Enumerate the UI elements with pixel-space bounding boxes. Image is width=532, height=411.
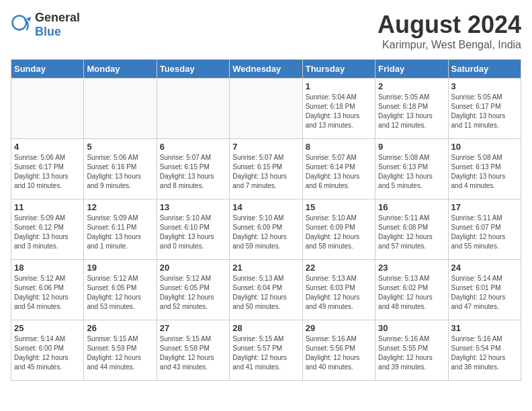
column-header-wednesday: Wednesday: [230, 60, 302, 79]
calendar-cell: 22Sunrise: 5:13 AM Sunset: 6:03 PM Dayli…: [302, 260, 375, 320]
calendar-cell: [230, 79, 302, 139]
logo-text: General Blue: [35, 11, 80, 39]
calendar-cell: 20Sunrise: 5:12 AM Sunset: 6:05 PM Dayli…: [157, 260, 229, 320]
calendar-cell: 4Sunrise: 5:06 AM Sunset: 6:17 PM Daylig…: [11, 139, 84, 199]
calendar-cell: 16Sunrise: 5:11 AM Sunset: 6:08 PM Dayli…: [375, 199, 448, 260]
logo-general-text: General: [35, 11, 80, 25]
day-info: Sunrise: 5:08 AM Sunset: 6:13 PM Dayligh…: [378, 153, 445, 191]
day-info: Sunrise: 5:10 AM Sunset: 6:09 PM Dayligh…: [306, 214, 372, 251]
day-number: 21: [232, 263, 299, 273]
day-number: 8: [306, 142, 372, 152]
calendar-cell: 11Sunrise: 5:09 AM Sunset: 6:12 PM Dayli…: [11, 199, 84, 260]
calendar-cell: 28Sunrise: 5:15 AM Sunset: 5:57 PM Dayli…: [230, 320, 302, 381]
calendar-cell: 2Sunrise: 5:05 AM Sunset: 6:18 PM Daylig…: [375, 79, 448, 139]
day-info: Sunrise: 5:16 AM Sunset: 5:54 PM Dayligh…: [451, 334, 518, 372]
calendar-cell: 24Sunrise: 5:14 AM Sunset: 6:01 PM Dayli…: [448, 260, 521, 320]
day-info: Sunrise: 5:14 AM Sunset: 6:00 PM Dayligh…: [14, 334, 81, 372]
location: Karimpur, West Bengal, India: [378, 39, 521, 51]
day-info: Sunrise: 5:16 AM Sunset: 5:56 PM Dayligh…: [306, 334, 372, 372]
day-number: 7: [232, 142, 299, 152]
day-info: Sunrise: 5:06 AM Sunset: 6:17 PM Dayligh…: [14, 153, 81, 191]
day-info: Sunrise: 5:10 AM Sunset: 6:09 PM Dayligh…: [232, 214, 299, 251]
calendar-cell: 19Sunrise: 5:12 AM Sunset: 6:05 PM Dayli…: [84, 260, 157, 320]
day-number: 16: [378, 202, 445, 212]
day-info: Sunrise: 5:05 AM Sunset: 6:17 PM Dayligh…: [451, 93, 518, 130]
day-number: 13: [160, 202, 226, 212]
day-info: Sunrise: 5:09 AM Sunset: 6:11 PM Dayligh…: [87, 214, 153, 251]
day-info: Sunrise: 5:06 AM Sunset: 6:16 PM Dayligh…: [87, 153, 153, 191]
calendar-cell: 21Sunrise: 5:13 AM Sunset: 6:04 PM Dayli…: [230, 260, 302, 320]
calendar-cell: 29Sunrise: 5:16 AM Sunset: 5:56 PM Dayli…: [302, 320, 375, 381]
calendar-cell: 25Sunrise: 5:14 AM Sunset: 6:00 PM Dayli…: [11, 320, 84, 381]
calendar-header-row: SundayMondayTuesdayWednesdayThursdayFrid…: [11, 60, 521, 79]
day-info: Sunrise: 5:11 AM Sunset: 6:07 PM Dayligh…: [451, 214, 518, 251]
day-number: 24: [451, 263, 518, 273]
day-number: 14: [232, 202, 299, 212]
day-number: 17: [451, 202, 518, 212]
day-info: Sunrise: 5:11 AM Sunset: 6:08 PM Dayligh…: [378, 214, 445, 251]
column-header-sunday: Sunday: [11, 60, 84, 79]
day-number: 2: [378, 81, 445, 91]
calendar-cell: 15Sunrise: 5:10 AM Sunset: 6:09 PM Dayli…: [302, 199, 375, 260]
calendar-cell: 9Sunrise: 5:08 AM Sunset: 6:13 PM Daylig…: [375, 139, 448, 199]
calendar-week-3: 11Sunrise: 5:09 AM Sunset: 6:12 PM Dayli…: [11, 199, 521, 260]
calendar-cell: [157, 79, 229, 139]
column-header-thursday: Thursday: [302, 60, 375, 79]
day-number: 5: [87, 142, 153, 152]
calendar-table: SundayMondayTuesdayWednesdayThursdayFrid…: [11, 59, 521, 381]
day-number: 4: [14, 142, 81, 152]
day-info: Sunrise: 5:12 AM Sunset: 6:05 PM Dayligh…: [87, 274, 153, 312]
calendar-cell: 13Sunrise: 5:10 AM Sunset: 6:10 PM Dayli…: [157, 199, 229, 260]
logo-icon: [11, 14, 32, 36]
day-info: Sunrise: 5:15 AM Sunset: 5:57 PM Dayligh…: [232, 334, 299, 372]
day-number: 10: [451, 142, 518, 152]
day-info: Sunrise: 5:12 AM Sunset: 6:06 PM Dayligh…: [14, 274, 81, 312]
page-header: General Blue August 2024 Karimpur, West …: [11, 11, 521, 51]
day-number: 28: [232, 323, 299, 333]
column-header-tuesday: Tuesday: [157, 60, 229, 79]
calendar-cell: 14Sunrise: 5:10 AM Sunset: 6:09 PM Dayli…: [230, 199, 302, 260]
logo: General Blue: [11, 11, 80, 39]
day-info: Sunrise: 5:15 AM Sunset: 5:59 PM Dayligh…: [87, 334, 153, 372]
day-number: 11: [14, 202, 81, 212]
day-number: 19: [87, 263, 153, 273]
day-number: 26: [87, 323, 153, 333]
calendar-cell: 7Sunrise: 5:07 AM Sunset: 6:15 PM Daylig…: [230, 139, 302, 199]
title-area: August 2024 Karimpur, West Bengal, India: [378, 11, 521, 51]
day-number: 20: [160, 263, 226, 273]
day-info: Sunrise: 5:13 AM Sunset: 6:04 PM Dayligh…: [232, 274, 299, 312]
day-number: 29: [306, 323, 372, 333]
calendar-cell: [84, 79, 157, 139]
day-info: Sunrise: 5:16 AM Sunset: 5:55 PM Dayligh…: [378, 334, 445, 372]
day-info: Sunrise: 5:12 AM Sunset: 6:05 PM Dayligh…: [160, 274, 226, 312]
calendar-cell: 17Sunrise: 5:11 AM Sunset: 6:07 PM Dayli…: [448, 199, 521, 260]
calendar-cell: 27Sunrise: 5:15 AM Sunset: 5:58 PM Dayli…: [157, 320, 229, 381]
calendar-cell: 5Sunrise: 5:06 AM Sunset: 6:16 PM Daylig…: [84, 139, 157, 199]
calendar-cell: 18Sunrise: 5:12 AM Sunset: 6:06 PM Dayli…: [11, 260, 84, 320]
month-title: August 2024: [378, 11, 521, 39]
logo-blue-text: Blue: [35, 25, 80, 39]
calendar-week-4: 18Sunrise: 5:12 AM Sunset: 6:06 PM Dayli…: [11, 260, 521, 320]
svg-point-0: [12, 15, 26, 30]
calendar-cell: 26Sunrise: 5:15 AM Sunset: 5:59 PM Dayli…: [84, 320, 157, 381]
day-number: 31: [451, 323, 518, 333]
day-number: 18: [14, 263, 81, 273]
day-info: Sunrise: 5:10 AM Sunset: 6:10 PM Dayligh…: [160, 214, 226, 251]
day-info: Sunrise: 5:07 AM Sunset: 6:14 PM Dayligh…: [306, 153, 372, 191]
calendar-cell: 31Sunrise: 5:16 AM Sunset: 5:54 PM Dayli…: [448, 320, 521, 381]
day-info: Sunrise: 5:14 AM Sunset: 6:01 PM Dayligh…: [451, 274, 518, 312]
column-header-saturday: Saturday: [448, 60, 521, 79]
calendar-cell: 6Sunrise: 5:07 AM Sunset: 6:15 PM Daylig…: [157, 139, 229, 199]
calendar-week-5: 25Sunrise: 5:14 AM Sunset: 6:00 PM Dayli…: [11, 320, 521, 381]
calendar-cell: [11, 79, 84, 139]
calendar-cell: 23Sunrise: 5:13 AM Sunset: 6:02 PM Dayli…: [375, 260, 448, 320]
column-header-friday: Friday: [375, 60, 448, 79]
day-number: 22: [306, 263, 372, 273]
day-info: Sunrise: 5:15 AM Sunset: 5:58 PM Dayligh…: [160, 334, 226, 372]
calendar-week-1: 1Sunrise: 5:04 AM Sunset: 6:18 PM Daylig…: [11, 79, 521, 139]
calendar-cell: 3Sunrise: 5:05 AM Sunset: 6:17 PM Daylig…: [448, 79, 521, 139]
day-number: 1: [306, 81, 372, 91]
day-number: 9: [378, 142, 445, 152]
day-info: Sunrise: 5:05 AM Sunset: 6:18 PM Dayligh…: [378, 93, 445, 130]
day-number: 23: [378, 263, 445, 273]
